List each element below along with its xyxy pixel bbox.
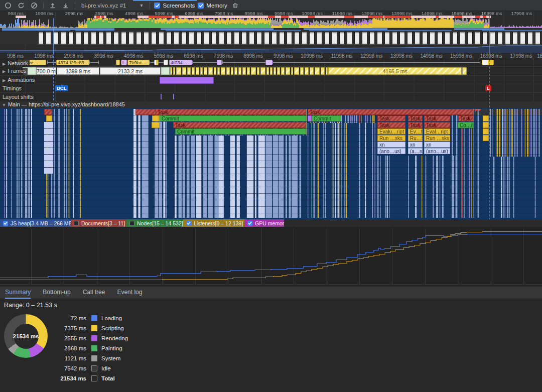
detail-ruler[interactable]: 998 ms1998 ms2998 ms3998 ms4998 ms5998 m… (0, 53, 542, 59)
track-timings[interactable]: TimingsDCLL (0, 84, 542, 93)
flame-event-eval-ript[interactable]: Eval…ript (424, 128, 450, 135)
flame-event-script[interactable] (483, 128, 489, 135)
network-request[interactable]: l… (121, 60, 127, 65)
flame-event-xn[interactable]: xn (377, 142, 405, 148)
memory-counter-documents[interactable]: Documents[3 – 11] (71, 219, 126, 227)
frame-partial[interactable] (226, 67, 230, 75)
flame-event-task[interactable]: Task (377, 115, 405, 121)
frame-partial[interactable] (234, 67, 237, 75)
layout-shift-tick[interactable] (161, 94, 162, 99)
collapse-triangle-icon[interactable]: ▼ (2, 103, 6, 107)
frame-partial[interactable] (291, 67, 293, 75)
flame-event-commit[interactable]: Commit (175, 128, 306, 135)
frame-partial[interactable] (321, 67, 325, 75)
network-request[interactable]: 4f034… (169, 60, 192, 65)
frame-partial[interactable] (173, 67, 175, 75)
frame-partial[interactable] (326, 67, 328, 75)
frame-partial[interactable] (257, 67, 259, 75)
frame-partial[interactable] (200, 67, 203, 75)
frame-partial[interactable] (176, 67, 181, 75)
main-flame-chart[interactable]: TaskTaskCommitCommitTaskTaskTaskTaskTask… (0, 108, 542, 219)
frame-partial[interactable] (315, 67, 320, 75)
frame-partial[interactable] (294, 67, 299, 75)
memory-chart[interactable] (0, 227, 542, 286)
memory-checkbox[interactable]: Memory (198, 3, 227, 9)
track-label-network[interactable]: ▶Network (1, 60, 30, 67)
overview-canvas[interactable] (0, 11, 542, 53)
main-thread-header[interactable]: ▼Main — https://bi-pre.vivo.xyz/dashboar… (0, 101, 542, 108)
frame-partial[interactable] (286, 67, 290, 75)
frame-partial[interactable] (247, 67, 250, 75)
flame-event-ru-s[interactable]: Ru…s (408, 135, 423, 141)
tab-bottom-up[interactable]: Bottom-up (43, 287, 70, 299)
flame-event-task[interactable]: Task (408, 115, 423, 121)
flame-event-task[interactable]: Task (377, 122, 405, 128)
flame-event-task[interactable]: Task (156, 109, 306, 115)
frame-partial[interactable] (462, 67, 467, 75)
flame-event-xn[interactable]: xn (408, 142, 423, 148)
memory-chart-canvas[interactable] (0, 227, 542, 286)
layout-shift-tick[interactable] (173, 94, 174, 99)
flame-event-script[interactable] (483, 135, 489, 141)
frame-idle[interactable] (161, 67, 170, 75)
flame-event-script[interactable] (483, 122, 489, 128)
screenshots-checkbox[interactable]: Screenshots (154, 3, 195, 9)
clear-button[interactable] (29, 1, 39, 10)
flame-event-task[interactable] (136, 109, 157, 115)
frame-partial[interactable] (238, 67, 241, 75)
frame-partial[interactable]: 4166.5 ms (328, 67, 462, 75)
flame-event-script[interactable] (46, 115, 52, 121)
flame-event-task[interactable]: Task (424, 122, 450, 128)
flame-event-run-sks[interactable]: Run …sks (424, 135, 450, 141)
frame-partial[interactable] (242, 67, 246, 75)
frame-partial[interactable] (231, 67, 233, 75)
flame-event-script[interactable] (483, 115, 489, 121)
flame-event-xn[interactable]: xn (424, 142, 450, 148)
animation-bar[interactable] (160, 77, 214, 84)
track-network[interactable]: ▶Networkunk-ve…4374.f29e89…l…7b9bc…4f034… (0, 59, 542, 67)
frame-partial[interactable] (170, 67, 172, 75)
flame-event-commit[interactable]: Commit (160, 115, 306, 121)
frame-partial[interactable] (270, 67, 273, 75)
frame-partial[interactable] (251, 67, 256, 75)
flame-event-task[interactable]: Task (408, 122, 423, 128)
network-request[interactable] (164, 60, 168, 65)
flame-event--ano-us-[interactable]: (ano…us) (377, 148, 405, 154)
expand-triangle-icon[interactable]: ▶ (3, 78, 6, 83)
flame-event-run-sks[interactable]: Run …sks (377, 135, 405, 141)
reload-and-record-button[interactable] (16, 1, 26, 10)
network-request[interactable]: 7b9bc… (127, 60, 150, 65)
flame-event-commit[interactable]: Commit (312, 115, 341, 121)
frame-partial[interactable] (305, 67, 309, 75)
flame-event-task[interactable] (44, 109, 52, 115)
tab-summary[interactable]: Summary (5, 287, 31, 299)
network-request[interactable] (154, 60, 159, 65)
track-frames[interactable]: ▶Frames700.0 ms1399.9 ms2133.2 ms4166.5 … (0, 67, 542, 76)
load-profile-button[interactable] (48, 1, 58, 10)
frame-partial[interactable] (266, 67, 269, 75)
flame-event-rend[interactable] (308, 115, 312, 121)
timing-badge-dcl[interactable]: DCL (55, 85, 68, 91)
flame-event-task[interactable]: Task (308, 109, 473, 115)
network-request[interactable] (482, 60, 494, 65)
frame-partial[interactable] (310, 67, 314, 75)
track-layout-shifts[interactable]: Layout shifts (0, 93, 542, 101)
frame-partial[interactable] (182, 67, 186, 75)
flame-event--ano-us-[interactable]: (ano…us) (424, 148, 450, 154)
memory-counter-gpu-memory[interactable]: GPU memory (244, 219, 284, 227)
track-label-timings[interactable]: Timings (1, 85, 23, 91)
flame-event-script[interactable] (152, 115, 159, 121)
frame-partial[interactable] (187, 67, 191, 75)
profile-selector[interactable]: bi-pre.vivo.xyz #1 ▼ (79, 3, 146, 9)
frame-partial[interactable] (204, 67, 207, 75)
memory-counter-nodes[interactable]: Nodes[15 – 14 532] (126, 219, 183, 227)
track-animations[interactable]: ▶Animations (0, 76, 542, 84)
flame-event-task[interactable]: Task (424, 115, 450, 121)
frame-frame[interactable]: 2133.2 ms (100, 67, 161, 75)
frame-partial[interactable] (274, 67, 276, 75)
network-request[interactable] (265, 60, 273, 65)
frame-partial[interactable] (214, 67, 216, 75)
tab-event-log[interactable]: Event log (117, 287, 142, 299)
garbage-collect-button[interactable] (230, 1, 240, 10)
flame-event-script[interactable] (152, 122, 160, 128)
